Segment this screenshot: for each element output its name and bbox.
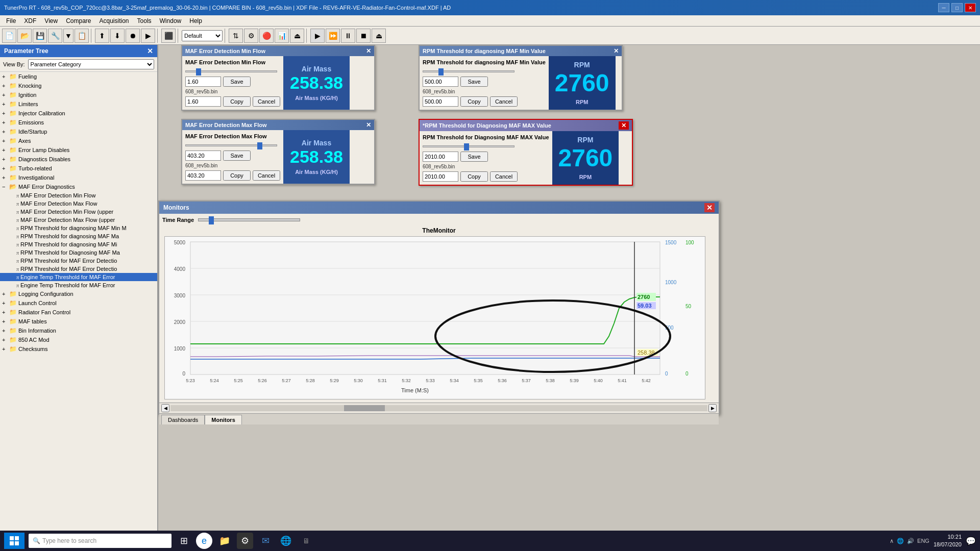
sidebar-item-maf-max-flow[interactable]: π MAF Error Detection Max Flow — [0, 199, 157, 208]
slider-thumb[interactable] — [196, 68, 201, 76]
panel-maf-max-flow-titlebar[interactable]: MAF Error Detection Max Flow ✕ — [182, 120, 374, 130]
panel-rpm-max-titlebar[interactable]: *RPM Threshold for Diagnosing MAF MAX Va… — [420, 120, 632, 131]
compare-input[interactable]: 403.20 — [185, 170, 221, 181]
toolbar-stop[interactable]: ⏹ — [356, 29, 371, 43]
network-icon[interactable]: 🌐 — [897, 538, 904, 544]
value-input[interactable]: 2010.00 — [423, 152, 458, 162]
minimize-button[interactable]: ─ — [938, 3, 949, 12]
toolbar-combo[interactable]: Default — [182, 30, 223, 41]
copy-button[interactable]: Copy — [223, 170, 251, 181]
copy-button[interactable]: Copy — [460, 96, 488, 107]
toolbar-btn15[interactable]: 📊 — [275, 29, 289, 43]
toolbar-btn16[interactable]: ⏏ — [290, 29, 304, 43]
toolbar-save[interactable]: 💾 — [33, 29, 47, 43]
app-icon1[interactable]: ⚙ — [237, 533, 253, 549]
sidebar-item-axes[interactable]: + 📁 Axes — [0, 136, 157, 145]
value-input[interactable]: 500.00 — [423, 77, 458, 87]
toolbar-down[interactable]: ⬇ — [110, 29, 125, 43]
toolbar-pause[interactable]: ⏸ — [341, 29, 355, 43]
sidebar-item-limiters[interactable]: + 📁 Limiters — [0, 99, 157, 109]
tab-dashboards[interactable]: Dashboards — [161, 415, 205, 424]
cancel-button[interactable]: Cancel — [253, 170, 280, 181]
sidebar-item-error-lamp[interactable]: + 📁 Error Lamp Disables — [0, 145, 157, 155]
chevron-icon[interactable]: ∧ — [890, 538, 894, 544]
slider-track[interactable] — [185, 70, 277, 72]
sidebar-item-rpm-thresh-ma[interactable]: π RPM Threshold for diagnosing MAF Ma — [0, 232, 157, 240]
sidebar-item-radiator-fan[interactable]: + 📁 Radiator Fan Control — [0, 308, 157, 317]
compare-input[interactable]: 500.00 — [423, 96, 458, 107]
time-slider-thumb[interactable] — [209, 216, 214, 224]
toolbar-btn11[interactable]: ⬛ — [161, 29, 176, 43]
cancel-button[interactable]: Cancel — [490, 96, 518, 107]
slider-thumb[interactable] — [464, 143, 469, 151]
start-button[interactable] — [4, 533, 24, 549]
toolbar-btn5[interactable]: ▼ — [63, 29, 74, 43]
slider-track[interactable] — [423, 70, 514, 72]
sidebar-item-maf-min-flow[interactable]: π MAF Error Detection Min Flow — [0, 191, 157, 199]
sidebar-item-fueling[interactable]: + 📁 Fueling — [0, 72, 157, 81]
toolbar-btn4[interactable]: 🔧 — [48, 29, 62, 43]
sidebar-item-rpm-thresh-mi[interactable]: π RPM Threshold for diagnosing MAF Mi — [0, 240, 157, 248]
tree-container[interactable]: + 📁 Fueling + 📁 Knocking + 📁 Ignition + … — [0, 72, 157, 537]
monitors-titlebar[interactable]: Monitors ✕ — [159, 202, 719, 214]
sidebar-item-diag-disables[interactable]: + 📁 Diagnostics Disables — [0, 155, 157, 164]
edge-icon[interactable]: e — [196, 533, 212, 549]
tab-monitors[interactable]: Monitors — [205, 415, 241, 424]
sidebar-item-injector-cal[interactable]: + 📁 Injector Calibration — [0, 109, 157, 118]
slider-thumb[interactable] — [257, 142, 262, 149]
toolbar-eject[interactable]: ⏏ — [372, 29, 386, 43]
toolbar-btn10[interactable]: ▶ — [141, 29, 155, 43]
volume-icon[interactable]: 🔊 — [907, 538, 914, 544]
toolbar-btn13[interactable]: ⚙ — [244, 29, 258, 43]
toolbar-record[interactable]: ⏺ — [126, 29, 140, 43]
sidebar-item-maf-tables[interactable]: + 📁 MAF tables — [0, 317, 157, 326]
panel-close-icon[interactable]: ✕ — [619, 121, 629, 130]
cancel-button[interactable]: Cancel — [490, 171, 518, 182]
toolbar-open[interactable]: 📂 — [17, 29, 32, 43]
notification-icon[interactable]: 💬 — [966, 536, 976, 546]
menu-window[interactable]: Window — [156, 16, 186, 26]
sidebar-item-maf-max-flow-upper[interactable]: π MAF Error Detection Max Flow (upper — [0, 216, 157, 224]
copy-button[interactable]: Copy — [223, 96, 251, 107]
sidebar-item-knocking[interactable]: + 📁 Knocking — [0, 81, 157, 90]
scroll-right-button[interactable]: ▶ — [708, 404, 717, 412]
toolbar-new[interactable]: 📄 — [2, 29, 16, 43]
sidebar-item-ignition[interactable]: + 📁 Ignition — [0, 90, 157, 99]
menu-file[interactable]: File — [2, 16, 20, 26]
menu-compare[interactable]: Compare — [62, 16, 95, 26]
sidebar-item-turbo[interactable]: + 📁 Turbo-related — [0, 164, 157, 173]
files-icon[interactable]: 📁 — [216, 533, 233, 549]
sidebar-item-bin-info[interactable]: + 📁 Bin Information — [0, 326, 157, 335]
toolbar-play2[interactable]: ⏩ — [326, 29, 340, 43]
sidebar-item-maf-error-diag[interactable]: − 📂 MAF Error Diagnostics — [0, 182, 157, 191]
viewby-select[interactable]: Parameter Category — [28, 59, 154, 69]
sidebar-item-logging-config[interactable]: + 📁 Logging Configuration — [0, 289, 157, 298]
save-button[interactable]: Save — [460, 152, 488, 162]
panel-maf-min-flow-titlebar[interactable]: MAF Error Detection Min Flow ✕ — [182, 46, 374, 56]
slider-thumb[interactable] — [438, 68, 444, 76]
toolbar-btn14[interactable]: 🔴 — [259, 29, 274, 43]
menu-tools[interactable]: Tools — [133, 16, 156, 26]
save-button[interactable]: Save — [223, 151, 251, 161]
scroll-left-button[interactable]: ◀ — [161, 404, 169, 412]
sidebar-item-engine-temp-thresh2[interactable]: π Engine Temp Threshold for MAF Error — [0, 281, 157, 289]
sidebar-item-850-ac-mod[interactable]: + 📁 850 AC Mod — [0, 335, 157, 344]
sidebar-item-emissions[interactable]: + 📁 Emissions — [0, 118, 157, 127]
value-input[interactable]: 1.60 — [185, 77, 221, 87]
sidebar-item-rpm-thresh-min[interactable]: π RPM Threshold for diagnosing MAF Min M — [0, 224, 157, 232]
maximize-button[interactable]: □ — [951, 3, 963, 12]
slider-track[interactable] — [423, 145, 514, 147]
sidebar-item-maf-min-flow-upper[interactable]: π MAF Error Detection Min Flow (upper — [0, 208, 157, 216]
toolbar-btn12[interactable]: ⇅ — [229, 29, 243, 43]
app-icon3[interactable]: 🌐 — [278, 533, 294, 549]
scrollbar-thumb[interactable] — [344, 405, 385, 411]
sidebar-close-button[interactable]: ✕ — [147, 47, 153, 55]
panel-rpm-min-titlebar[interactable]: RPM Threshold for diagnosing MAF Min Val… — [420, 46, 622, 56]
app-icon2[interactable]: ✉ — [257, 533, 274, 549]
compare-input[interactable]: 1.60 — [185, 96, 221, 107]
save-button[interactable]: Save — [460, 77, 488, 87]
menu-acquisition[interactable]: Acquisition — [95, 16, 133, 26]
value-input[interactable]: 403.20 — [185, 151, 221, 161]
copy-button[interactable]: Copy — [460, 171, 488, 182]
slider-track[interactable] — [185, 144, 277, 146]
